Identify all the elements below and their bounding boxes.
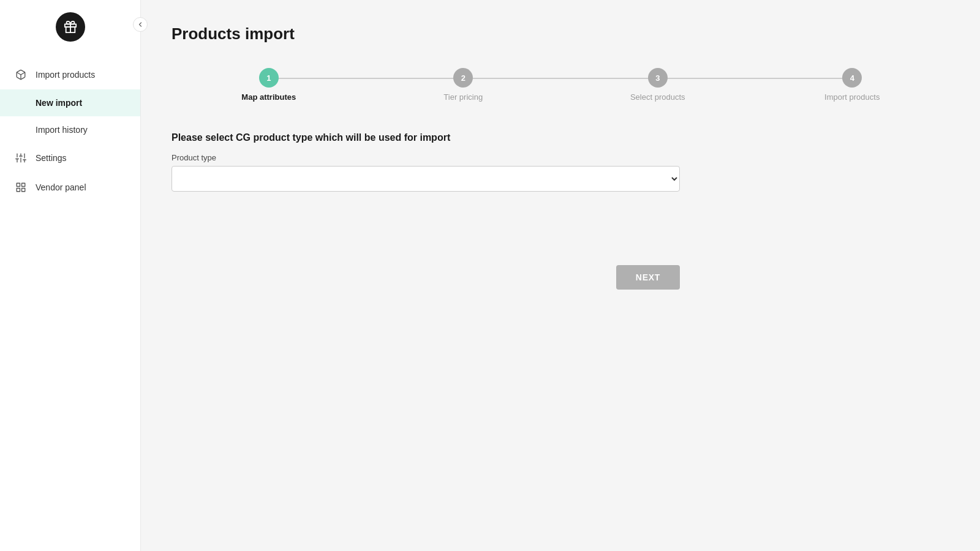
sidebar-navigation: Import products New import Import histor…: [0, 60, 140, 202]
sidebar-item-label: New import: [36, 98, 82, 108]
step-4: 4 Import products: [755, 68, 950, 102]
sidebar-item-vendor-panel[interactable]: Vendor panel: [0, 173, 140, 202]
step-2-label: Tier pricing: [443, 92, 483, 102]
form-section: Please select CG product type which will…: [172, 132, 949, 192]
page-title: Products import: [172, 24, 949, 43]
step-3: 3 Select products: [560, 68, 755, 102]
svg-rect-15: [17, 189, 20, 192]
grid-icon: [15, 181, 27, 193]
step-3-label: Select products: [630, 92, 685, 102]
svg-rect-14: [22, 189, 25, 192]
sidebar: Import products New import Import histor…: [0, 0, 141, 551]
sidebar-item-label: Settings: [36, 153, 67, 163]
product-type-select[interactable]: [172, 166, 680, 192]
step-4-circle: 4: [842, 68, 862, 88]
package-icon: [15, 69, 27, 81]
sidebar-collapse-button[interactable]: [133, 17, 148, 32]
sidebar-item-import-history[interactable]: Import history: [0, 116, 140, 143]
sidebar-item-settings[interactable]: Settings: [0, 143, 140, 173]
step-2-circle: 2: [453, 68, 473, 88]
stepper: 1 Map attributes 2 Tier pricing 3 Select…: [172, 68, 949, 102]
bottom-actions: NEXT: [172, 265, 680, 290]
step-4-label: Import products: [824, 92, 880, 102]
form-heading: Please select CG product type which will…: [172, 132, 949, 143]
sidebar-logo: [0, 0, 140, 54]
step-1: 1 Map attributes: [172, 68, 366, 102]
step-2: 2 Tier pricing: [366, 68, 561, 102]
sidebar-item-label: Import history: [36, 125, 88, 135]
svg-rect-12: [17, 183, 20, 186]
next-button[interactable]: NEXT: [616, 265, 680, 290]
step-1-label: Map attributes: [241, 92, 296, 102]
svg-rect-13: [22, 183, 25, 186]
step-1-circle: 1: [259, 68, 279, 88]
app-logo: [56, 12, 85, 42]
step-3-circle: 3: [648, 68, 668, 88]
sidebar-item-label: Import products: [36, 70, 95, 80]
sidebar-item-new-import[interactable]: New import: [0, 89, 140, 116]
sliders-icon: [15, 152, 27, 164]
main-content: Products import 1 Map attributes 2 Tier …: [141, 0, 980, 551]
sidebar-item-import-products[interactable]: Import products: [0, 60, 140, 89]
sidebar-item-label: Vendor panel: [36, 182, 86, 192]
product-type-label: Product type: [172, 153, 949, 162]
